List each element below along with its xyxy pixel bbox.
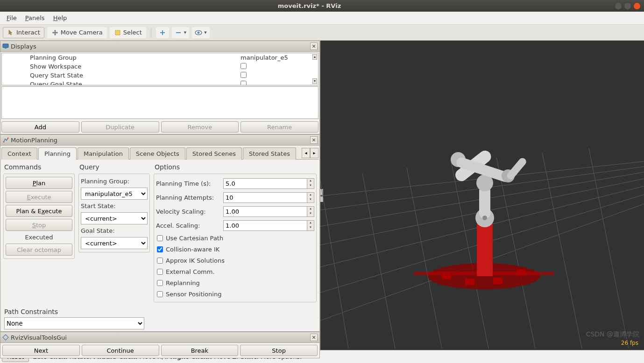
planning-attempts-input[interactable] [223, 192, 307, 203]
executed-label: Executed [6, 233, 72, 242]
view-tool[interactable]: ▼ [192, 27, 209, 38]
spin-up-icon[interactable]: ▴ [307, 179, 314, 184]
query-title: Query [78, 162, 150, 174]
stop-button-vt[interactable]: Stop [240, 345, 318, 356]
tree-row-query-start-state[interactable]: Query Start State [2, 71, 318, 80]
collision-ik-checkbox[interactable] [157, 246, 163, 252]
select-icon [114, 29, 121, 36]
stop-button[interactable]: Stop [6, 219, 72, 231]
tab-scroll-left[interactable]: ◂ [302, 148, 310, 158]
close-button[interactable] [634, 3, 640, 9]
motion-planning-header[interactable]: MotionPlanning ✕ [0, 135, 319, 146]
spin-down-icon[interactable]: ▾ [307, 183, 314, 188]
start-state-select[interactable]: <current> [81, 212, 148, 224]
add-button[interactable]: Add [1, 121, 79, 133]
displays-tree[interactable]: Planning Group manipulator_e5 Show Works… [1, 53, 318, 85]
svg-rect-27 [517, 269, 526, 276]
spin-down-icon[interactable]: ▾ [307, 211, 314, 216]
tree-row-planning-group[interactable]: Planning Group manipulator_e5 [2, 53, 318, 62]
interact-tool[interactable]: Interact [3, 27, 44, 38]
maximize-button[interactable] [624, 3, 631, 9]
duplicate-button[interactable]: Duplicate [81, 121, 159, 133]
tab-scroll-right[interactable]: ▸ [310, 148, 318, 158]
spin-up-icon[interactable]: ▴ [307, 207, 314, 212]
sensor-positioning-checkbox[interactable] [157, 291, 163, 297]
options-title: Options [154, 162, 317, 174]
approx-ik-checkbox[interactable] [157, 258, 163, 264]
break-button[interactable]: Break [161, 345, 239, 356]
motion-planning-title: MotionPlanning [11, 137, 57, 144]
displays-close-icon[interactable]: ✕ [310, 42, 318, 50]
tree-scrollbar[interactable]: ▴ ▾ [312, 54, 317, 84]
show-workspace-checkbox[interactable] [241, 63, 247, 69]
select-tool[interactable]: Select [110, 27, 146, 38]
use-cartesian-checkbox[interactable] [157, 235, 163, 241]
spin-down-icon[interactable]: ▾ [307, 225, 314, 230]
query-goal-state-checkbox[interactable] [241, 81, 247, 86]
tab-context[interactable]: Context [1, 147, 37, 160]
scroll-up-icon[interactable]: ▴ [312, 54, 317, 60]
planning-group-select[interactable]: manipulator_e5 [81, 188, 148, 200]
visual-tools-header[interactable]: RvizVisualToolsGui ✕ [0, 332, 319, 343]
tree-row-query-goal-state[interactable]: Query Goal State [2, 80, 318, 85]
velocity-scaling-input[interactable] [223, 206, 307, 217]
tab-manipulation[interactable]: Manipulation [78, 147, 129, 160]
svg-point-3 [198, 31, 200, 34]
menu-bar: File Panels Help [0, 12, 644, 25]
planning-attempts-label: Planning Attempts: [156, 194, 221, 201]
spin-up-icon[interactable]: ▴ [307, 193, 314, 198]
svg-rect-24 [477, 223, 493, 276]
rename-button[interactable]: Rename [241, 121, 318, 133]
goal-state-label: Goal State: [81, 226, 148, 235]
tab-planning[interactable]: Planning [38, 147, 77, 160]
replanning-checkbox[interactable] [157, 280, 163, 286]
planning-group-label: Planning Group: [81, 177, 148, 186]
spin-down-icon[interactable]: ▾ [307, 197, 314, 202]
watermark: CSDN @遨博学院 [586, 330, 639, 339]
menu-panels[interactable]: Panels [21, 14, 49, 22]
move-camera-tool[interactable]: Move Camera [47, 27, 107, 38]
tab-stored-scenes[interactable]: Stored Scenes [186, 147, 242, 160]
svg-rect-0 [115, 30, 120, 35]
displays-icon [2, 43, 9, 49]
path-constraints-select[interactable]: None [4, 317, 144, 329]
next-button[interactable]: Next [2, 345, 80, 356]
menu-help[interactable]: Help [50, 14, 71, 22]
plan-execute-button[interactable]: Plan & Execute [6, 205, 72, 217]
plus-icon [159, 29, 166, 36]
minimize-button[interactable] [615, 3, 622, 9]
remove-button[interactable]: Remove [161, 121, 239, 133]
svg-line-21 [589, 148, 629, 349]
displays-button-row: Add Duplicate Remove Rename [0, 120, 319, 134]
execute-button[interactable]: Execute [6, 191, 72, 203]
svg-rect-29 [493, 278, 502, 284]
planning-time-input[interactable] [223, 178, 307, 189]
commands-title: Commands [3, 162, 75, 174]
clear-octomap-button[interactable]: Clear octomap [6, 244, 72, 256]
accel-scaling-input[interactable] [223, 220, 307, 231]
tab-stored-states[interactable]: Stored States [243, 147, 296, 160]
displays-panel-header[interactable]: Displays ✕ [0, 41, 319, 52]
external-comm-checkbox[interactable] [157, 269, 163, 275]
visual-tools-icon [2, 334, 9, 341]
remove-tool[interactable]: ▼ [172, 27, 189, 38]
goal-state-select[interactable]: <current> [81, 237, 148, 249]
svg-rect-5 [5, 48, 7, 49]
query-start-state-checkbox[interactable] [241, 72, 247, 78]
tree-row-show-workspace[interactable]: Show Workspace [2, 62, 318, 71]
tab-scene-objects[interactable]: Scene Objects [130, 147, 185, 160]
scroll-down-icon[interactable]: ▾ [312, 78, 317, 84]
eye-icon [195, 29, 202, 36]
add-tool[interactable] [156, 27, 169, 38]
continue-button[interactable]: Continue [82, 345, 159, 356]
motion-planning-close-icon[interactable]: ✕ [310, 136, 318, 144]
spin-up-icon[interactable]: ▴ [307, 221, 314, 226]
menu-file[interactable]: File [3, 14, 21, 22]
displays-title: Displays [11, 43, 36, 50]
3d-viewport[interactable]: ◂ [320, 41, 644, 350]
visual-tools-close-icon[interactable]: ✕ [310, 334, 318, 341]
fps-label: 26 fps [621, 340, 638, 346]
move-camera-icon [51, 29, 59, 36]
plan-button[interactable]: Plan [6, 177, 72, 189]
left-panel-column: Displays ✕ Planning Group manipulator_e5… [0, 41, 320, 350]
